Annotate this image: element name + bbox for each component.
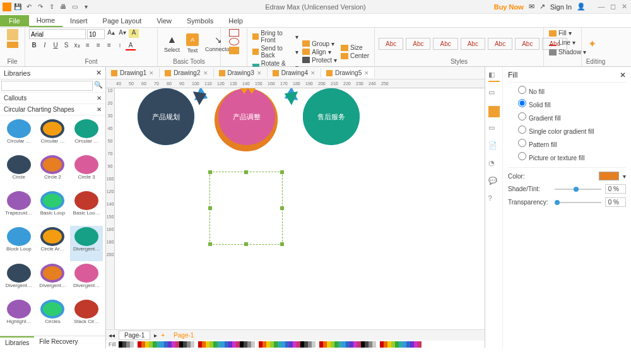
shape-circle-2[interactable]: Circle 2 xyxy=(37,154,69,189)
font-name-select[interactable] xyxy=(29,29,86,39)
save-icon[interactable]: 💾 xyxy=(13,2,23,12)
user-icon[interactable]: 👤 xyxy=(577,3,586,11)
center-button[interactable]: Center xyxy=(339,52,370,60)
page-1-active[interactable]: Page-1 xyxy=(168,331,199,339)
shape-rect[interactable] xyxy=(229,29,239,37)
redo-icon[interactable]: ↷ xyxy=(35,2,45,12)
file-recovery-tab[interactable]: File Recovery xyxy=(34,336,83,348)
node-bottom-right[interactable]: 售后服务 xyxy=(303,88,360,145)
qat-dropdown-icon[interactable]: ▾ xyxy=(81,2,91,12)
doc-tab-drawing4[interactable]: Drawing4 ✕ xyxy=(268,68,321,78)
font-size-select[interactable] xyxy=(87,29,105,39)
fill-option-pattern-fill[interactable]: Pattern fill xyxy=(508,137,626,150)
shade-slider[interactable] xyxy=(555,189,601,190)
line-dropdown[interactable]: Line ▾ xyxy=(548,38,577,47)
paste-icon[interactable] xyxy=(7,29,18,40)
shadow-tab-icon[interactable] xyxy=(488,106,500,117)
preview-icon[interactable]: ▭ xyxy=(69,2,80,12)
highlight-icon[interactable]: A xyxy=(129,29,139,38)
underline-button[interactable]: U xyxy=(50,42,61,50)
app-icon[interactable] xyxy=(3,3,11,11)
fill-option-picture-or-texture-fill[interactable]: Picture or texture fill xyxy=(508,150,626,163)
shape-highlight-[interactable]: Highlight… xyxy=(3,298,35,333)
send-back-button[interactable]: Send to Back ▾ xyxy=(251,44,300,59)
strike-button[interactable]: S xyxy=(61,42,71,50)
charting-section[interactable]: Circular Charting Shapes xyxy=(4,106,74,113)
line-tab-icon[interactable]: ▭ xyxy=(488,88,500,100)
shape-circles[interactable]: Circles xyxy=(37,298,69,333)
shape-fill[interactable] xyxy=(229,47,239,54)
numbering-button[interactable]: ≡ xyxy=(93,42,103,50)
shape-trapezoid-[interactable]: Trapezoid… xyxy=(3,190,35,225)
print-icon[interactable]: 🖶 xyxy=(58,2,68,12)
shape-ellipse[interactable] xyxy=(229,38,239,45)
libraries-tab[interactable]: Libraries xyxy=(0,336,34,348)
shape-basic-loo-[interactable]: Basic Loo… xyxy=(70,190,103,225)
style-preset-5[interactable]: Abc xyxy=(488,38,512,50)
clipboard-icon[interactable] xyxy=(7,42,18,48)
font-color-button[interactable]: A xyxy=(126,42,136,50)
file-menu[interactable]: File xyxy=(0,15,29,26)
fill-option-single-color-gradient-fill[interactable]: Single color gradient fill xyxy=(508,124,626,137)
shape-divergent-[interactable]: Divergent… xyxy=(70,226,103,261)
page-1[interactable]: Page-1 xyxy=(119,331,150,340)
buy-now-link[interactable]: Buy Now xyxy=(494,3,524,11)
page-add[interactable]: + xyxy=(161,332,165,339)
fill-tab-icon[interactable]: ◧ xyxy=(488,71,500,82)
tab-view[interactable]: View xyxy=(149,15,179,26)
align-button[interactable]: Align ▾ xyxy=(301,48,338,56)
text-tool[interactable]: AText xyxy=(184,32,201,55)
bullets-button[interactable]: ≡ xyxy=(83,42,93,50)
shape-circle-3[interactable]: Circle 3 xyxy=(70,154,103,189)
color-picker[interactable] xyxy=(599,172,619,180)
page-tab-icon[interactable]: 📄 xyxy=(488,141,500,153)
fill-dropdown[interactable]: Fill ▾ xyxy=(548,29,573,37)
tab-page-layout[interactable]: Page Layout xyxy=(95,15,150,26)
size-button[interactable]: Size xyxy=(339,44,370,52)
help-tab-icon[interactable]: ? xyxy=(488,194,500,206)
italic-button[interactable]: I xyxy=(40,42,50,50)
library-search-input[interactable] xyxy=(1,81,93,91)
shape-block-loop[interactable]: Block Loop xyxy=(3,226,35,261)
doc-tab-drawing2[interactable]: Drawing2 ✕ xyxy=(160,68,213,78)
shape-divergent-[interactable]: Divergent… xyxy=(70,262,103,297)
close-icon[interactable]: ✕ xyxy=(620,3,628,11)
tab-symbols[interactable]: Symbols xyxy=(179,15,221,26)
shape-divergent-[interactable]: Divergent… xyxy=(37,262,69,297)
libraries-close-icon[interactable]: ✕ xyxy=(96,69,102,77)
style-preset-4[interactable]: Abc xyxy=(461,38,485,50)
fill-option-no-fill[interactable]: No fill xyxy=(508,84,626,97)
layer-tab-icon[interactable]: ◔ xyxy=(488,159,500,170)
style-preset-3[interactable]: Abc xyxy=(433,38,457,50)
page-nav-prev[interactable]: ◂◂ xyxy=(109,332,115,339)
sign-in-link[interactable]: Sign In xyxy=(550,3,572,11)
fill-option-gradient-fill[interactable]: Gradient fill xyxy=(508,110,626,124)
protect-button[interactable]: Protect ▾ xyxy=(301,56,338,64)
transparency-slider[interactable] xyxy=(555,202,601,203)
page-nav-next[interactable]: ▸ xyxy=(154,332,157,339)
doc-tab-drawing3[interactable]: Drawing3 ✕ xyxy=(214,68,268,78)
shape-circular-[interactable]: Circular … xyxy=(37,118,69,153)
node-bottom-left[interactable]: 产品规划 xyxy=(138,88,194,145)
style-preset-1[interactable]: Abc xyxy=(379,38,403,50)
grow-font-icon[interactable]: A▴ xyxy=(106,29,116,38)
shape-divergent-[interactable]: Divergent… xyxy=(3,262,35,297)
editing-button[interactable]: ✦ xyxy=(586,37,599,51)
canvas[interactable]: 产品创作 产品设计 产品推广 产品 产品规划 售后服务 产品调整 xyxy=(115,88,485,329)
export-icon[interactable]: ⇪ xyxy=(47,2,57,12)
transparency-value[interactable]: 0 % xyxy=(605,197,626,207)
color-swatches[interactable] xyxy=(119,341,422,348)
shrink-font-icon[interactable]: A▾ xyxy=(117,29,127,38)
minimize-icon[interactable]: — xyxy=(597,3,606,11)
line-spacing-button[interactable]: ↕ xyxy=(115,42,125,50)
tab-insert[interactable]: Insert xyxy=(62,15,95,26)
shape-circular-[interactable]: Circular … xyxy=(70,118,103,153)
subscript-button[interactable]: x₂ xyxy=(72,42,82,50)
select-tool[interactable]: ▲Select xyxy=(162,33,182,54)
maximize-icon[interactable]: ◻ xyxy=(608,3,617,11)
doc-tab-drawing1[interactable]: Drawing1 ✕ xyxy=(106,68,160,78)
shape-basic-loop[interactable]: Basic Loop xyxy=(37,190,69,225)
comment-tab-icon[interactable]: 💬 xyxy=(488,177,500,188)
text-tab-icon[interactable]: ▭ xyxy=(488,124,500,135)
style-preset-6[interactable]: Abc xyxy=(515,38,540,50)
